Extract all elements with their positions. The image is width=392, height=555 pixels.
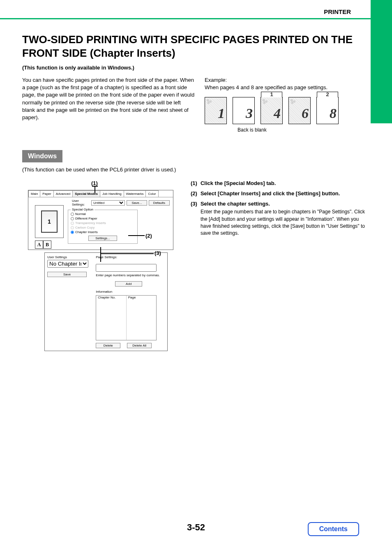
page-numbers-input[interactable] <box>96 264 157 272</box>
callout-2: (2) <box>145 233 152 239</box>
step-3-head: Select the chapter settings. <box>201 201 370 207</box>
back-is-blank-caption: Back is blank <box>205 127 370 134</box>
radio-transparency <box>71 222 74 225</box>
page-settings-label: Page Settings: <box>96 255 161 259</box>
step-1-number: (1) <box>191 180 197 186</box>
step-3-number: (3) <box>191 201 197 237</box>
add-button[interactable]: Add <box>115 281 142 287</box>
special-option-legend: Special Option <box>71 208 95 211</box>
callout-3: (3) <box>154 250 161 256</box>
settings-button[interactable]: Settings... <box>88 236 117 241</box>
tab-paper[interactable]: Paper <box>40 190 53 197</box>
tab-main[interactable]: Main <box>28 190 40 197</box>
save-button[interactable]: Save... <box>127 200 147 206</box>
tab-color[interactable]: Color <box>145 190 158 197</box>
radio-carbon <box>71 226 74 229</box>
ab-toggle[interactable]: AB <box>35 240 51 249</box>
intro-paragraph: You can have specific pages printed on t… <box>22 76 195 134</box>
callout-1: (1) <box>91 180 98 186</box>
step-2-head: Select [Chapter Inserts] and click the [… <box>201 190 340 197</box>
tab-watermarks[interactable]: Watermarks <box>124 190 146 197</box>
preview-thumbnail: 1 <box>35 205 64 238</box>
radio-different-paper[interactable] <box>71 217 74 220</box>
delete-button[interactable]: Delete <box>96 343 120 348</box>
example-diagram: 1 3 14 6 28 <box>205 97 370 124</box>
example-label: Example: <box>205 76 370 84</box>
step-1-head: Click the [Special Modes] tab. <box>201 180 276 186</box>
information-label: Information <box>96 290 161 294</box>
example-description: When pages 4 and 8 are specified as page… <box>205 84 370 91</box>
tab-special-modes[interactable]: Special Modes <box>72 190 100 197</box>
page-title: TWO-SIDED PRINTING WITH SPECIFIC PAGES P… <box>22 33 370 60</box>
sub-save-button[interactable]: Save <box>47 272 87 277</box>
pcl-note: (This function can be used when the PCL6… <box>22 166 370 173</box>
defaults-button[interactable]: Defaults <box>149 200 170 206</box>
windows-badge: Windows <box>22 150 62 162</box>
sub-user-settings-label: User Settings <box>47 255 90 259</box>
user-settings-label: User Settings: <box>72 199 90 206</box>
user-settings-select[interactable]: Untitled <box>91 200 125 206</box>
contents-button[interactable]: Contents <box>308 522 359 536</box>
dialog-tabs[interactable]: Main Paper Advanced Special Modes Job Ha… <box>28 190 173 197</box>
page-numbers-hint: Enter page numbers separated by commas. <box>96 273 161 277</box>
information-list[interactable]: Chapter No. Page <box>96 295 157 340</box>
tab-advanced[interactable]: Advanced <box>53 190 73 197</box>
chapter-preset-select[interactable]: No Chapter Inserts <box>47 260 88 268</box>
radio-chapter-inserts[interactable] <box>71 231 74 234</box>
step-3-body: Enter the page numbers that are to begin… <box>201 208 370 237</box>
delete-all-button[interactable]: Delete All <box>127 343 152 348</box>
windows-only-note: (This function is only available in Wind… <box>22 65 370 71</box>
step-2-number: (2) <box>191 190 197 197</box>
radio-normal[interactable] <box>71 213 74 216</box>
tab-job-handling[interactable]: Job Handling <box>100 190 124 197</box>
